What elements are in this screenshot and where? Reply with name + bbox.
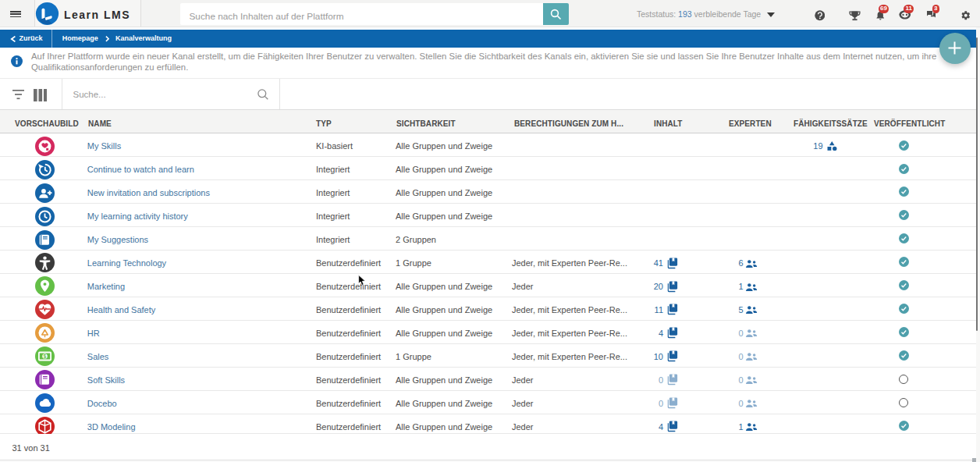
svg-text:$: $ xyxy=(44,354,47,360)
